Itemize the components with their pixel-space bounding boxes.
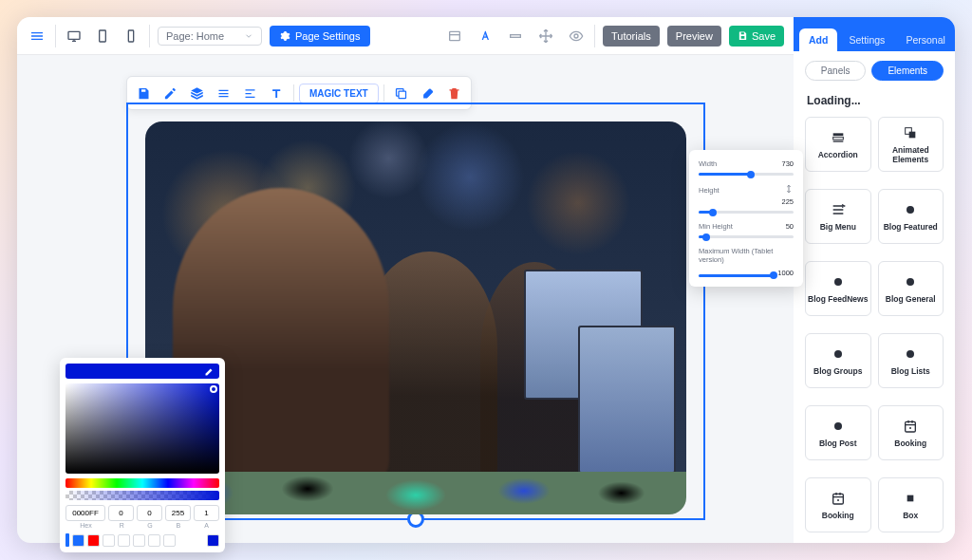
svg-point-13 — [834, 278, 842, 286]
height-value: 225 — [781, 197, 794, 206]
topbar: Page: Home Page Settings Tutorials Previ… — [17, 17, 794, 55]
swatch[interactable] — [87, 534, 100, 547]
sidebar-tab-settings[interactable]: Settings — [839, 28, 894, 51]
a-input[interactable]: 1 — [194, 505, 219, 521]
element-accordion[interactable]: Accordion — [805, 117, 871, 172]
tablet-icon[interactable] — [92, 26, 113, 47]
desktop-icon[interactable] — [64, 26, 84, 47]
bigmenu-icon — [830, 201, 847, 218]
color-picker-header[interactable] — [65, 364, 219, 379]
dot-icon — [902, 273, 919, 290]
element-animated-elements[interactable]: Animated Elements — [878, 117, 944, 172]
alpha-slider[interactable] — [65, 491, 219, 500]
sidebar-subtab-elements[interactable]: Elements — [871, 61, 944, 81]
swatch[interactable] — [148, 534, 160, 547]
element-label: Accordion — [818, 151, 858, 159]
swatch[interactable] — [103, 534, 115, 547]
svg-point-12 — [907, 206, 914, 214]
sidebar-subtabs: PanelsElements — [794, 51, 955, 90]
save-button[interactable]: Save — [729, 26, 784, 47]
gear-icon — [279, 30, 290, 42]
element-label: Box — [903, 512, 918, 520]
svg-rect-6 — [399, 91, 406, 99]
svg-point-16 — [907, 350, 914, 358]
sidebar-subtab-panels[interactable]: Panels — [805, 61, 867, 81]
swatch[interactable] — [118, 534, 130, 547]
svg-rect-3 — [450, 31, 460, 40]
eye-icon[interactable] — [566, 26, 587, 47]
calendar-icon — [830, 490, 847, 507]
saturation-gradient[interactable] — [65, 383, 219, 474]
sidebar-heading: Loading... — [794, 90, 955, 117]
canvas[interactable]: MAGIC TEXT Width730 — [17, 55, 794, 543]
svg-rect-1 — [100, 30, 106, 42]
svg-rect-9 — [832, 140, 843, 141]
hue-slider[interactable] — [65, 478, 219, 488]
tutorials-button[interactable]: Tutorials — [603, 26, 660, 47]
element-blog-groups[interactable]: Blog Groups — [805, 333, 871, 388]
element-label: Animated Elements — [879, 146, 944, 164]
element-label: Blog General — [886, 295, 936, 304]
sidebar-tab-add[interactable]: Add — [799, 28, 837, 51]
text-tool-icon[interactable] — [475, 26, 495, 47]
element-blog-feednews[interactable]: Blog FeedNews — [805, 261, 871, 316]
chevron-down-icon — [244, 31, 253, 41]
mobile-icon[interactable] — [121, 26, 141, 47]
g-input[interactable]: 0 — [137, 505, 162, 521]
height-slider[interactable] — [699, 211, 794, 214]
layout-icon[interactable] — [444, 26, 465, 47]
hero-image[interactable] — [145, 121, 686, 492]
element-label: Blog Featured — [884, 223, 938, 232]
size-panel: Width730 Height 225 Min Height50 Maximum… — [689, 150, 803, 287]
eyedropper-icon — [204, 365, 215, 377]
width-value: 730 — [781, 159, 794, 168]
svg-point-19 — [909, 427, 911, 429]
element-booking[interactable]: Booking — [878, 405, 944, 460]
row-icon[interactable] — [505, 26, 526, 47]
page-settings-button[interactable]: Page Settings — [270, 26, 370, 47]
r-input[interactable]: 0 — [108, 505, 134, 521]
dot-icon — [902, 201, 919, 218]
element-label: Booking — [822, 512, 854, 520]
svg-rect-20 — [832, 494, 843, 504]
current-color-swatch — [207, 534, 219, 547]
sidebar: AddSettingsPersonal PanelsElements Loadi… — [794, 17, 955, 543]
element-booking[interactable]: Booking — [805, 477, 871, 532]
hex-input[interactable]: 0000FF — [65, 505, 105, 521]
dot-icon — [902, 345, 919, 363]
swatch[interactable] — [133, 534, 145, 547]
element-blog-post[interactable]: Blog Post — [805, 405, 871, 460]
page-selector[interactable]: Page: Home — [158, 27, 262, 46]
element-label: Blog Lists — [891, 367, 930, 376]
swatch[interactable] — [72, 534, 84, 547]
magic-text-button[interactable]: MAGIC TEXT — [299, 84, 379, 103]
element-box[interactable]: Box — [878, 477, 944, 532]
color-swatches — [65, 533, 219, 547]
b-input[interactable]: 255 — [165, 505, 191, 521]
element-blog-featured[interactable]: Blog Featured — [878, 189, 944, 244]
element-blog-general[interactable]: Blog General — [878, 261, 944, 316]
maxwidth-slider[interactable] — [699, 274, 774, 277]
element-big-menu[interactable]: Big Menu — [805, 189, 871, 244]
sidebar-tab-personal[interactable]: Personal — [896, 28, 954, 51]
svg-rect-18 — [906, 421, 916, 432]
page-selector-label: Page: Home — [166, 30, 236, 42]
animated-icon — [902, 124, 919, 141]
accordion-icon — [830, 129, 847, 146]
minheight-slider[interactable] — [699, 235, 794, 238]
element-blog-lists[interactable]: Blog Lists — [878, 333, 944, 388]
auto-height-icon — [784, 184, 794, 194]
swatch[interactable] — [163, 534, 176, 547]
element-label: Blog Post — [819, 439, 857, 448]
move-icon[interactable] — [535, 26, 556, 47]
height-label: Height — [699, 186, 720, 195]
color-picker: 0000FF 0 0 255 1 Hex R G B A — [60, 358, 225, 552]
menu-icon[interactable] — [27, 26, 47, 47]
image-border-pattern — [145, 472, 686, 514]
width-label: Width — [699, 159, 717, 168]
svg-point-14 — [907, 278, 914, 286]
svg-rect-22 — [907, 495, 914, 501]
svg-point-21 — [837, 499, 839, 501]
preview-button[interactable]: Preview — [667, 26, 721, 47]
width-slider[interactable] — [699, 173, 794, 176]
